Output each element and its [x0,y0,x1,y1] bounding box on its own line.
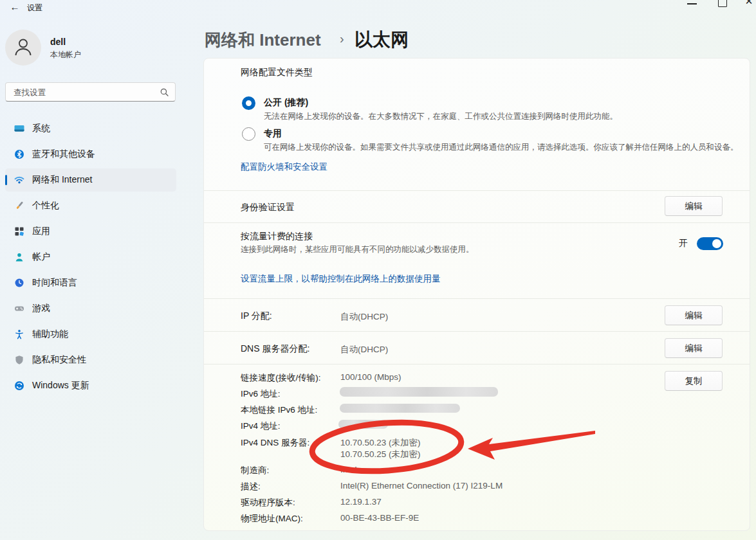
ipv4-dns-value-1: 10.70.50.23 (未加密) [340,437,421,449]
sidebar-item-bluetooth[interactable]: 蓝牙和其他设备 [5,143,176,166]
apps-icon [14,226,24,237]
sidebar-item-label: 系统 [32,123,50,134]
sidebar-item-gaming[interactable]: 游戏 [5,297,176,320]
radio-private-description: 可在网络上发现你的设备。如果需要文件共享或使用通过此网络通信的应用，请选择此选项… [264,142,739,153]
system-icon [14,123,24,134]
data-limit-link[interactable]: 设置流量上限，以帮助控制在此网络上的数据使用量 [241,273,441,285]
driver-version-label: 驱动程序版本: [241,497,295,509]
ip-assignment-value: 自动(DHCP) [340,311,388,323]
radio-public-label: 公开 (推荐) [264,97,308,109]
auth-edit-button[interactable]: 编辑 [665,196,723,216]
sidebar-item-accessibility[interactable]: 辅助功能 [5,323,176,346]
radio-private[interactable] [242,127,255,141]
back-button[interactable]: ← [9,1,21,12]
sidebar-nav: 系统 蓝牙和其他设备 网络和 Internet 个性化 应用 [5,117,176,400]
update-icon [14,381,24,391]
mac-address-label: 物理地址(MAC): [241,513,303,525]
brush-icon [14,201,24,211]
divider [204,331,750,332]
profile-section-title: 网络配置文件类型 [241,67,313,78]
ipv4-dns-label: IPv4 DNS 服务器: [241,437,309,449]
accessibility-icon [14,329,24,339]
sidebar-item-time-language[interactable]: 时间和语言 [5,271,176,294]
ipv6-address-label: IPv6 地址: [241,388,281,400]
maximize-button[interactable] [718,0,727,7]
user-account-type: 本地帐户 [50,50,81,60]
metered-connection-description: 连接到此网络时，某些应用可能具有不同的功能以减少数据使用。 [241,244,474,255]
ipv4-dns-value-2: 10.70.50.25 (未加密) [340,449,421,460]
breadcrumb-separator-icon: › [340,32,344,46]
ipv4-address-label: IPv4 地址: [241,420,281,432]
avatar[interactable] [5,30,41,66]
dns-assignment-label: DNS 服务器分配: [241,343,309,355]
redacted-link-local-ipv6 [340,404,460,413]
sidebar-item-system[interactable]: 系统 [5,117,176,140]
mac-address-value: 00-BE-43-BB-EF-9E [340,513,419,523]
manufacturer-value: Intel [340,465,357,474]
user-icon [12,35,34,60]
divider [204,222,750,223]
radio-public[interactable] [242,96,255,110]
sidebar-item-label: 蓝牙和其他设备 [32,148,95,160]
radio-public-description: 无法在网络上发现你的设备。在大多数情况下，在家庭、工作或公共位置连接到网络时使用… [264,111,618,122]
dns-assignment-value: 自动(DHCP) [340,344,388,356]
gamepad-icon [14,303,24,314]
sidebar-item-windows-update[interactable]: Windows 更新 [5,374,176,397]
sidebar-item-apps[interactable]: 应用 [5,220,176,243]
sidebar-item-network[interactable]: 网络和 Internet [5,168,176,192]
sidebar-item-label: 时间和语言 [32,277,77,289]
description-value: Intel(R) Ethernet Connection (17) I219-L… [340,481,502,491]
user-name: dell [50,37,66,47]
ip-edit-button[interactable]: 编辑 [665,305,723,325]
divider [204,298,750,299]
link-speed-value: 100/100 (Mbps) [340,372,401,382]
copy-button[interactable]: 复制 [665,371,723,391]
minimize-button[interactable] [687,3,697,4]
sidebar-item-label: Windows 更新 [32,380,89,392]
sidebar-item-label: 个性化 [32,200,59,212]
clock-icon [14,278,24,288]
window-title: 设置 [27,3,42,14]
accounts-icon [14,252,24,262]
ethernet-settings-card: 网络配置文件类型 公开 (推荐) 无法在网络上发现你的设备。在大多数情况下，在家… [203,58,750,531]
radio-private-label: 专用 [264,128,282,140]
driver-version-value: 12.19.1.37 [340,497,382,507]
link-speed-label: 链接速度(接收/传输): [241,372,321,384]
description-label: 描述: [241,481,261,492]
manufacturer-label: 制造商: [241,465,269,476]
dns-edit-button[interactable]: 编辑 [665,338,723,358]
divider [204,364,750,364]
sidebar-item-label: 帐户 [32,251,50,263]
sidebar-item-label: 游戏 [32,303,50,314]
redacted-ipv4-address [338,420,388,429]
link-local-ipv6-label: 本地链接 IPv6 地址: [241,404,317,416]
redacted-ipv6-address [340,387,498,397]
sidebar-item-label: 辅助功能 [32,328,68,340]
shield-icon [14,355,24,365]
search-icon [160,87,169,100]
wifi-icon [14,175,24,185]
sidebar-item-label: 网络和 Internet [32,174,92,186]
selected-indicator [5,175,7,185]
sidebar-item-label: 应用 [32,226,50,237]
firewall-settings-link[interactable]: 配置防火墙和安全设置 [241,161,327,173]
sidebar-item-personalization[interactable]: 个性化 [5,194,176,217]
auth-settings-label: 身份验证设置 [241,202,295,213]
toggle-state-label: 开 [679,238,688,249]
settings-window: ← 设置 ✕ dell 本地帐户 系统 [0,0,756,540]
page-title: 以太网 [355,28,409,52]
toggle-knob [712,239,721,248]
ip-assignment-label: IP 分配: [241,310,272,322]
close-button[interactable]: ✕ [743,0,755,7]
sidebar-item-label: 隐私和安全性 [32,354,86,366]
metered-connection-label: 按流量计费的连接 [241,231,313,242]
divider [204,190,750,191]
sidebar-item-privacy[interactable]: 隐私和安全性 [5,348,176,372]
bluetooth-icon [14,149,24,159]
search-input[interactable] [12,84,156,102]
sidebar-item-accounts[interactable]: 帐户 [5,246,176,269]
breadcrumb-parent[interactable]: 网络和 Internet [205,29,321,51]
metered-toggle[interactable] [697,237,723,250]
search-box[interactable] [5,82,176,102]
